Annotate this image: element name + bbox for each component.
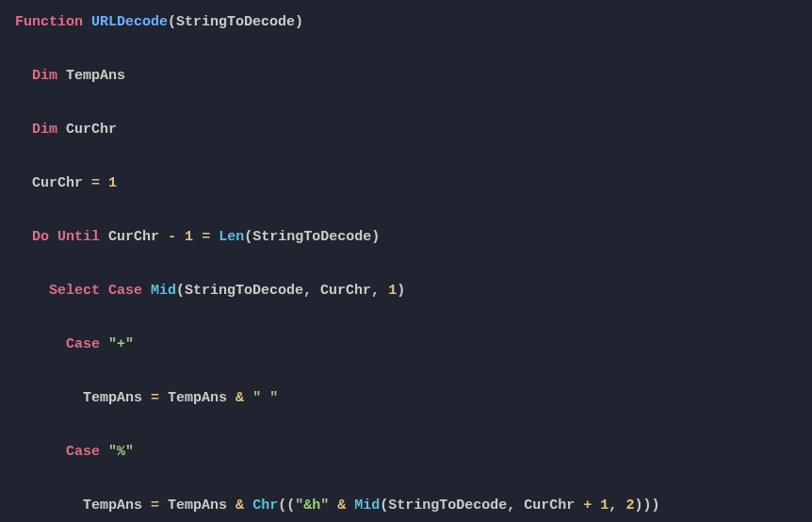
code-line: Case "+" xyxy=(15,332,797,359)
code-line: Function URLDecode(StringToDecode) xyxy=(15,9,797,37)
code-line: Dim CurChr xyxy=(15,117,797,144)
code-line: Select Case Mid(StringToDecode, CurChr, … xyxy=(15,278,797,305)
code-block: Function URLDecode(StringToDecode) Dim T… xyxy=(15,9,797,522)
code-line: Do Until CurChr - 1 = Len(StringToDecode… xyxy=(15,224,797,252)
code-line: Case "%" xyxy=(15,439,797,466)
code-line: CurChr = 1 xyxy=(15,171,797,198)
code-line: TempAns = TempAns & " " xyxy=(15,385,797,413)
code-line: Dim TempAns xyxy=(15,63,797,90)
code-line: TempAns = TempAns & Chr(("&h" & Mid(Stri… xyxy=(15,493,797,520)
